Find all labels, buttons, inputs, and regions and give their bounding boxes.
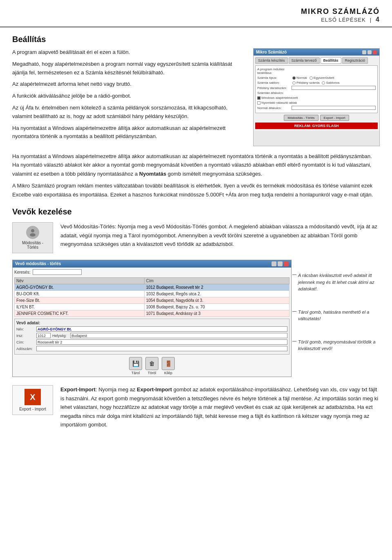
row-nev-3: Free-Size Bt. (15, 297, 145, 304)
beallitas-p8: A Mikro Számlázó program reklám mentes v… (12, 181, 380, 199)
win-input-normal (292, 106, 376, 110)
tarol-icon: 💾 (129, 357, 142, 370)
vevok-label-adoszam: Adószám: (16, 347, 35, 351)
checkbox-valaszto-icon (257, 101, 261, 105)
beallitas-p7: Ha nyomtatást a Windows alapértelmezettr… (12, 152, 380, 178)
annotation-2: Tárol gomb, hatására menthető el a válto… (298, 309, 380, 322)
win-min-btn (362, 50, 366, 54)
checkbox-alapert-label: Windows alapértelmezett (261, 96, 298, 100)
vevok-top-row: Módosítás - Törlés Vevő Módosítás-Törlés… (12, 222, 380, 253)
row-cim-4: 1008 Budapest, Bajcsy Zs. u. 70 (144, 304, 289, 310)
table-row[interactable]: ILYEN BT. 1008 Budapest, Bajcsy Zs. u. 7… (15, 304, 290, 310)
vevok-section: Vevők kezelése Módosítás - Törlés Vevő M… (12, 207, 380, 429)
beallitas-p5: Az új Áfa tv. értelmében nem kötelező a … (12, 104, 246, 121)
vevok-description: Vevő Módosítás-Törlés: Nyomja meg a vevő… (60, 222, 380, 248)
win-btn-row: Módosítás - Törlés Export - Import (255, 115, 378, 121)
chapter-label: ELSŐ LÉPÉSEK (321, 17, 366, 23)
export-x-icon: X (24, 389, 41, 405)
vevok-torol-bold: Töröl (331, 232, 343, 239)
program-screenshot: Mikro Számlázó Számla készítés Számla te… (253, 48, 380, 146)
table-row[interactable]: Free-Size Bt. 1054 Budapest, Nagydiófa ú… (15, 297, 290, 304)
vevok-modositas-bold2: Módosítás-Törlés (166, 223, 207, 230)
page-header: MIKRO SZÁMLÁZÓ ELSŐ LÉPÉSEK | 4 (0, 0, 392, 27)
win-label-1: A program indulási beállítása: (257, 67, 290, 75)
beallitas-p2: Megadható, hogy alapértelmezésben a prog… (12, 60, 246, 77)
win-radio-szamlatipus: Számla típus: Normál Egyszerűsített (257, 76, 376, 80)
vevok-input-irsz[interactable]: 1012 (36, 333, 51, 338)
export-x-label: X (30, 393, 35, 402)
page-number: 4 (376, 16, 380, 23)
vevok-input-adoszam[interactable] (36, 346, 287, 351)
vevok-label-helyseg: Helység: (52, 334, 69, 338)
win-form-area: A program indulási beállítása: Számla tí… (255, 65, 378, 113)
vevok-search-input[interactable] (33, 269, 82, 275)
table-row[interactable]: BU-DOR Kft. 1032 Budapest, Regős utca 2. (15, 291, 290, 297)
vevok-window: Vevő módosítás - törlés Keresés: (12, 260, 292, 377)
win-label-normal: Normál áfakulcs: (257, 106, 290, 110)
header-subtitle: ELSŐ LÉPÉSEK | 4 (301, 16, 380, 23)
vevok-col-cim: Cím (144, 278, 289, 284)
radio-normal-icon (292, 76, 296, 80)
vevok-search-row: Keresés: (14, 269, 290, 275)
win-radio-peldany: Példány számla (292, 81, 319, 85)
row-nev-5: JENNIFER COSMETIC KFT. (15, 310, 145, 317)
export-icon-box: X Export - import (12, 385, 53, 415)
vevok-form-title: Vevő adatai: (16, 321, 287, 325)
kilep-icon: 🚪 (162, 357, 175, 370)
win-tab-tervezo: Számla tervező (289, 57, 320, 64)
win-tab-beallitas: Beállítás (321, 57, 341, 64)
kilep-label: Kilép (164, 371, 172, 375)
vevok-input-helyseg[interactable]: Budapest (70, 333, 287, 338)
win-radio-valaszto: Nyomtató választó ablak (257, 101, 376, 105)
vevok-input-nev[interactable]: AGRÓ-GYÖNGY Bt. (36, 326, 287, 332)
win-row-1: A program indulási beállítása: (257, 67, 376, 75)
torol-button[interactable]: 🗑 Töröl (145, 357, 158, 375)
win-modositas-btn[interactable]: Módosítás - Törlés (284, 115, 318, 121)
vevok-title: Vevők kezelése (12, 207, 380, 216)
kilep-button[interactable]: 🚪 Kilép (162, 357, 175, 375)
win-radio-nyomtato: Windows alapértelmezett (257, 96, 376, 100)
vevok-search-label: Keresés: (14, 270, 30, 274)
annotation-3: Töröl gomb, megnyomásával törlődik a kiv… (298, 339, 380, 352)
header-title-block: MIKRO SZÁMLÁZÓ ELSŐ LÉPÉSEK | 4 (301, 7, 380, 23)
win-export-btn[interactable]: Export - Import (320, 115, 349, 121)
row-nev-2: BU-DOR Kft. (15, 291, 145, 297)
win-max-btn (368, 50, 372, 54)
row-cim-2: 1032 Budapest, Regős utca 2. (144, 291, 289, 297)
row-nev-4: ILYEN BT. (15, 304, 145, 310)
win-banner: REKLÁM: GYORS FLASH (255, 123, 378, 129)
win-tabs: Számla készítés Számla tervező Beállítás… (255, 57, 378, 64)
vevok-annotations: A rácsban kiválasztott vevő adatait itt … (298, 260, 380, 352)
win-label-szamlatipus: Számla típus: (257, 76, 290, 80)
row-nev-1: AGRÓ-GYÖNGY Bt. (15, 284, 145, 291)
win-radio-sablon: Számla sablon: Példány számla Sablonos (257, 81, 376, 85)
win-tab-regisztracio: Regisztráció (342, 57, 368, 64)
win-radio-alapert: Windows alapértelmezett (257, 96, 298, 100)
vevok-col-nev: Név (15, 278, 145, 284)
win-tab-szamla: Számla készítés (255, 57, 288, 64)
svg-point-0 (31, 229, 34, 232)
tarol-button[interactable]: 💾 Tárol (129, 357, 142, 375)
torol-label: Töröl (148, 371, 156, 375)
torol-icon: 🗑 (145, 357, 158, 370)
table-row[interactable]: JENNIFER COSMETIC KFT. 1071 Budapest, An… (15, 310, 290, 317)
row-cim-3: 1054 Budapest, Nagydiófa út 3. (144, 297, 289, 304)
person-icon (26, 226, 39, 239)
export-import-bold2: Export-Import (137, 386, 172, 393)
beallitas-p1: A program alapvető beállításait éri el e… (12, 48, 246, 57)
vevok-input-cim[interactable]: Roosevelt tér 2 (36, 339, 287, 345)
beallitas-p6: Ha nyomtatást a Windows alapértelmezettr… (12, 124, 246, 141)
win-label-peldany: Példány darabszám: (257, 86, 290, 90)
vevok-form-row-nev: Név: AGRÓ-GYÖNGY Bt. (16, 326, 287, 332)
vevok-form-row-cim: Cím: Roosevelt tér 2 (16, 339, 287, 345)
vevok-icon-label: Módosítás - Törlés (16, 241, 49, 250)
radio-egyszerusitett-icon (310, 76, 313, 80)
table-row[interactable]: AGRÓ-GYÖNGY Bt. 1012 Budapest, Roosevelt… (15, 284, 290, 291)
radio-normal-label: Normál (296, 76, 307, 80)
win-radio-valaszto-item: Nyomtató választó ablak (257, 101, 297, 105)
beallitas-top-section: A program alapvető beállításait éri el e… (12, 48, 380, 146)
radio-peldany-icon (292, 81, 296, 85)
radio-sablonos-label: Sablonos (326, 81, 339, 85)
nyomtatas-bold: Nyomtatás (139, 171, 166, 177)
vevok-label-irsz: Irsz: (16, 334, 35, 338)
